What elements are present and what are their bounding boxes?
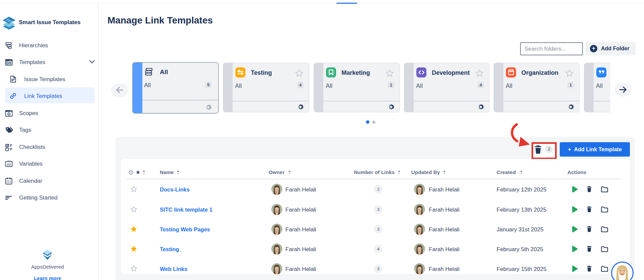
svg-text:(x): (x) bbox=[7, 163, 11, 166]
